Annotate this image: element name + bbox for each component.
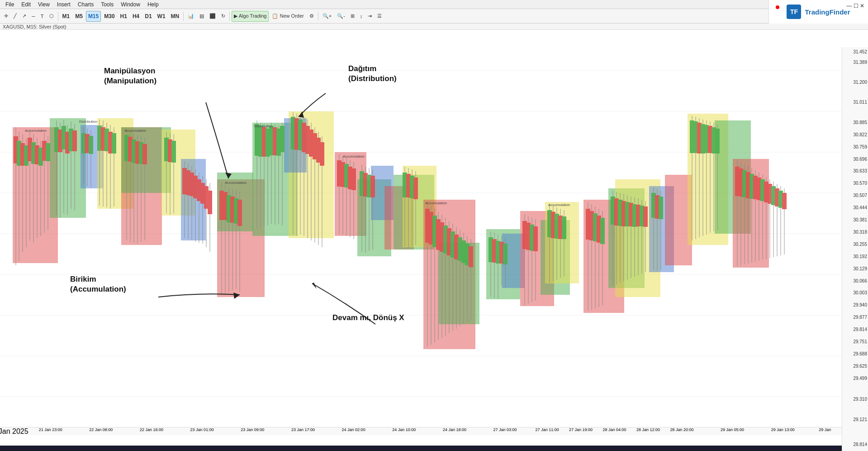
time-label-2: 22 Jan 08:00: [89, 427, 113, 432]
menu-help[interactable]: Help: [144, 1, 162, 8]
properties-button[interactable]: ⚙: [307, 11, 316, 22]
menu-tools[interactable]: Tools: [97, 1, 117, 8]
time-label-9: 24 Jan 18:00: [443, 427, 466, 432]
svg-rect-290: [771, 186, 776, 205]
period-h1[interactable]: H1: [118, 11, 129, 22]
annotation-continuation: Devam mı, Dönüş X: [332, 313, 404, 323]
period-h4[interactable]: H4: [130, 11, 142, 22]
block-blue-3: [284, 118, 307, 173]
text-button[interactable]: T: [38, 11, 46, 22]
time-label-12: 27 Jan 19:00: [569, 427, 593, 432]
time-label-13: 28 Jan 04:00: [602, 427, 626, 432]
price-30255: 30.255: [853, 242, 867, 247]
price-30129: 30.129: [853, 266, 867, 271]
grid-button[interactable]: ⊞: [348, 11, 357, 22]
period-m1[interactable]: M1: [60, 11, 72, 22]
price-30192: 30.192: [853, 254, 867, 259]
price-29751: 29.751: [853, 339, 867, 344]
symbol-text: XAGUSD, M15: Silver (Spot): [3, 24, 66, 29]
notification-dot: [776, 5, 779, 9]
block-green-7: [439, 243, 479, 324]
chart-plot-area[interactable]: Accumulation Distribution Accumulation A…: [0, 30, 842, 435]
svg-marker-300: [312, 283, 317, 289]
object-list-button[interactable]: ☰: [375, 11, 384, 22]
menu-window[interactable]: Window: [117, 1, 144, 8]
time-label-8: 24 Jan 10:00: [392, 427, 416, 432]
block-yellow-5: [545, 202, 579, 283]
toolbar-sep-2: [183, 12, 184, 21]
block-green-3: [217, 173, 253, 231]
new-order-button[interactable]: 📋 New Order: [270, 11, 306, 22]
period-m30[interactable]: M30: [102, 11, 117, 22]
price-29121: 29.121: [853, 417, 867, 422]
indicator-button[interactable]: ⬛: [207, 11, 218, 22]
toolbar-sep-1: [58, 12, 58, 21]
price-30507: 30.507: [853, 193, 867, 198]
period-m5[interactable]: M5: [73, 11, 85, 22]
period-m15[interactable]: M15: [86, 11, 101, 22]
toolbar: ✛ ╱ ↗ ─ T ⬡ M1 M5 M15 M30 H1 H4 D1 W1 MN…: [0, 9, 868, 24]
time-label-5: 23 Jan 09:00: [241, 427, 264, 432]
volume-button[interactable]: ↕: [358, 11, 365, 22]
price-31200: 31.200: [853, 80, 867, 85]
shapes-button[interactable]: ⬡: [47, 11, 56, 22]
svg-rect-292: [775, 188, 779, 206]
price-30381: 30.381: [853, 217, 867, 222]
toolbar-sep-3: [229, 12, 230, 21]
annotation-accumulation: Birikim (Accumulation): [70, 274, 126, 294]
time-label-3: 22 Jan 16:00: [140, 427, 163, 432]
price-28814: 28.814: [853, 442, 867, 447]
price-30696: 30.696: [853, 157, 867, 162]
period-mn[interactable]: MN: [169, 11, 182, 22]
line-tool-button[interactable]: ╱: [11, 11, 19, 22]
chart-shift-button[interactable]: ⇥: [365, 11, 374, 22]
price-31389: 31.389: [853, 60, 867, 65]
menu-charts[interactable]: Charts: [74, 1, 97, 8]
time-label-18: 29 Jan: [819, 427, 831, 432]
hline-button[interactable]: ─: [29, 11, 38, 22]
time-label-16: 29 Jan 05:00: [721, 427, 744, 432]
price-axis: 31.452 31.389 31.200 31.011 30.885 30.82…: [842, 47, 868, 451]
price-29688: 29.688: [853, 351, 867, 356]
refresh-button[interactable]: ↻: [219, 11, 228, 22]
chart-type-button[interactable]: 📊: [185, 11, 196, 22]
price-30003: 30.003: [853, 290, 867, 295]
menu-edit[interactable]: Edit: [18, 1, 34, 8]
algo-trading-button[interactable]: ▶ Algo Trading: [232, 11, 269, 22]
menu-insert[interactable]: Insert: [53, 1, 74, 8]
toolbar-sep-4: [318, 12, 318, 21]
price-30759: 30.759: [853, 144, 867, 149]
template-button[interactable]: ▤: [197, 11, 206, 22]
brand-text: TradingFinder: [805, 8, 850, 16]
svg-rect-294: [778, 191, 783, 208]
crosshair-button[interactable]: ✛: [2, 11, 10, 22]
chart-area: XAGUSD, M15: Silver (Spot): [0, 24, 868, 446]
menu-file[interactable]: File: [2, 1, 18, 8]
price-29814: 29.814: [853, 327, 867, 332]
price-30318: 30.318: [853, 230, 867, 235]
price-30570: 30.570: [853, 181, 867, 186]
period-w1[interactable]: W1: [155, 11, 168, 22]
arrow-tool-button[interactable]: ↗: [20, 11, 28, 22]
price-30444: 30.444: [853, 205, 867, 210]
window-controls[interactable]: — ☐ ✕: [846, 3, 864, 9]
symbol-bar: XAGUSD, M15: Silver (Spot): [0, 24, 868, 30]
block-blue-2: [181, 159, 206, 240]
time-axis: 21 Jan 2025 21 Jan 23:00 22 Jan 08:00 22…: [0, 427, 842, 435]
zoom-in-button[interactable]: 🔍+: [320, 11, 334, 22]
time-label-15: 28 Jan 20:00: [670, 427, 693, 432]
period-d1[interactable]: D1: [142, 11, 154, 22]
zoom-out-button[interactable]: 🔍-: [335, 11, 347, 22]
price-29877: 29.877: [853, 315, 867, 320]
annotation-manipulation: Manipülasyon (Manipulation): [104, 66, 157, 86]
menu-view[interactable]: View: [34, 1, 53, 8]
price-29940: 29.940: [853, 302, 867, 307]
price-29310: 29.310: [853, 397, 867, 402]
price-30822: 30.822: [853, 132, 867, 137]
brand-logo-area: TF TradingFinder — ☐ ✕: [768, 0, 868, 24]
time-label-7: 24 Jan 02:00: [342, 427, 365, 432]
price-30885: 30.885: [853, 120, 867, 125]
svg-rect-296: [782, 193, 787, 209]
time-label-4: 23 Jan 01:00: [190, 427, 214, 432]
time-label-1: 21 Jan 23:00: [39, 427, 62, 432]
